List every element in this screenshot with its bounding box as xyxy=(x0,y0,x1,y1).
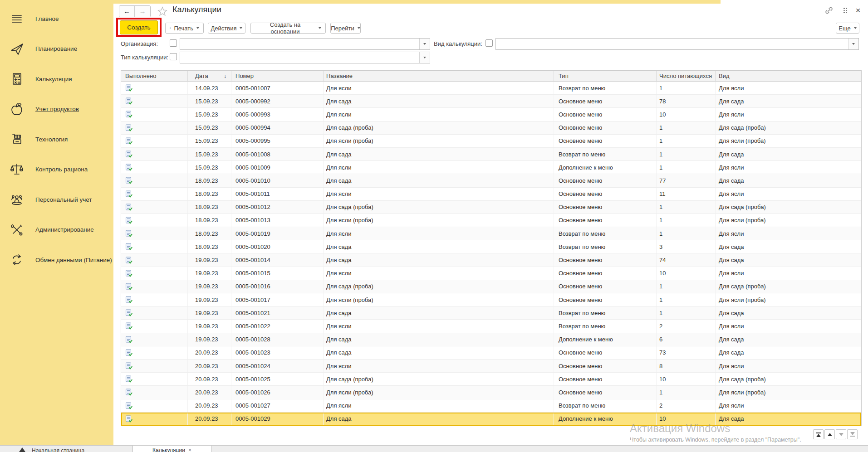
document-check-icon xyxy=(125,322,132,330)
document-check-icon xyxy=(125,375,132,383)
column-header-count[interactable]: Число питающихся xyxy=(657,71,716,81)
table-row[interactable]: 15.09.230005-000993Для яслиОсновное меню… xyxy=(121,108,861,121)
calc-kind-filter-checkbox[interactable] xyxy=(485,39,493,47)
more-label: Еще xyxy=(839,25,850,32)
table-row[interactable]: 18.09.230005-001013Для ясли (проба)Основ… xyxy=(121,214,861,227)
column-header-number[interactable]: Номер xyxy=(231,71,324,81)
table-row[interactable]: 19.09.230005-001016Для сада (проба)Основ… xyxy=(121,280,861,293)
table-row[interactable]: 20.09.230005-001024Для яслиОсновное меню… xyxy=(121,360,861,373)
go-prev-button[interactable] xyxy=(824,429,835,439)
calc-type-filter-dropdown-button[interactable] xyxy=(419,52,430,63)
document-check-icon xyxy=(125,362,132,369)
calc-type-filter-combo xyxy=(180,52,430,63)
table-row[interactable]: 19.09.230005-001014Для садаОсновное меню… xyxy=(121,253,861,267)
table-row[interactable]: 15.09.230005-001009Для яслиДополнение к … xyxy=(121,161,861,174)
actions-button[interactable]: Действия xyxy=(208,23,245,34)
document-check-icon xyxy=(125,243,132,250)
cell-name: Для сада xyxy=(324,95,554,107)
cell-count: 1 xyxy=(657,293,716,306)
cell-name: Для ясли xyxy=(324,399,554,412)
table-row[interactable]: 19.09.230005-001028Для садаДополнение к … xyxy=(121,333,861,346)
go-next-button[interactable] xyxy=(836,429,846,439)
sidebar-item-kontrol-raciona[interactable]: Контроль рациона xyxy=(0,155,113,185)
table-row[interactable]: 19.09.230005-001021Для садаВозврат по ме… xyxy=(121,306,861,320)
cell-done xyxy=(121,333,188,346)
sidebar-item-planirovanie[interactable]: Планирование xyxy=(0,34,113,64)
table-row[interactable]: 18.09.230005-001010Для садаОсновное меню… xyxy=(121,174,861,187)
close-icon[interactable]: × xyxy=(853,5,863,15)
calc-kind-filter-dropdown-button[interactable] xyxy=(848,39,858,49)
menu-icon xyxy=(10,11,24,26)
arrow-down-icon xyxy=(839,433,843,436)
table-row[interactable]: 19.09.230005-001017Для ясли (проба)Основ… xyxy=(121,293,861,306)
create-based-on-button[interactable]: Создать на основании xyxy=(250,23,326,34)
table-row[interactable]: 19.09.230005-001022Для яслиВозврат по ме… xyxy=(121,320,861,333)
sidebar-item-glavnoe[interactable]: Главное xyxy=(0,4,113,34)
cell-count: 74 xyxy=(657,253,716,266)
sidebar-item-administrirovanie[interactable]: Администрирование xyxy=(0,215,113,245)
tab-close-icon[interactable]: × xyxy=(188,447,191,452)
organization-filter-input[interactable] xyxy=(180,39,424,49)
calc-type-filter-input[interactable] xyxy=(180,52,424,63)
print-button[interactable]: Печать xyxy=(165,23,204,34)
calc-kind-filter-input[interactable] xyxy=(496,39,853,49)
table-row[interactable]: 18.09.230005-001011Для яслиОсновное меню… xyxy=(121,188,861,201)
table-row[interactable]: 18.09.230005-001019Для яслиВозврат по ме… xyxy=(121,227,861,240)
cell-kind: Для ясли xyxy=(716,161,861,174)
column-header-type[interactable]: Тип xyxy=(554,71,657,81)
column-header-date[interactable]: Дата↓ xyxy=(188,71,231,81)
back-button[interactable]: ← xyxy=(119,6,135,17)
table-row[interactable]: 15.09.230005-001008Для садаВозврат по ме… xyxy=(121,148,861,161)
table-row[interactable]: 20.09.230005-001026Для ясли (проба)Основ… xyxy=(121,386,861,399)
cell-done xyxy=(121,240,188,253)
go-first-button[interactable] xyxy=(813,429,824,439)
cell-number: 0005-000995 xyxy=(231,135,324,147)
get-link-icon[interactable] xyxy=(824,5,834,15)
table-row[interactable]: 20.09.230005-001023Для садаОсновное меню… xyxy=(121,346,861,360)
forward-button[interactable]: → xyxy=(135,6,150,17)
table-row[interactable]: 18.09.230005-001012Для сада (проба)Основ… xyxy=(121,201,861,214)
favorite-star-icon[interactable] xyxy=(157,6,167,16)
calc-type-filter-checkbox[interactable] xyxy=(170,53,177,60)
calc-type-filter-label: Тип калькуляции: xyxy=(121,54,168,61)
more-button[interactable]: Еще xyxy=(836,23,859,34)
cell-type: Возврат по меню xyxy=(554,320,657,332)
sidebar-item-personalnyj-uchet[interactable]: Персональный учет xyxy=(0,185,113,215)
cell-kind: Для ясли xyxy=(716,399,861,412)
organization-filter-dropdown-button[interactable] xyxy=(419,39,430,49)
cell-done xyxy=(121,161,188,174)
table-row[interactable]: 20.09.230005-001029Для садаДополнение к … xyxy=(121,413,861,426)
cell-number: 0005-001024 xyxy=(231,360,324,372)
cell-type: Основное меню xyxy=(554,253,657,266)
table-row[interactable]: 19.09.230005-001015Для яслиОсновное меню… xyxy=(121,267,861,280)
sidebar-item-tekhnologiya[interactable]: Технология xyxy=(0,124,113,155)
home-icon[interactable] xyxy=(19,447,25,452)
go-last-button[interactable] xyxy=(847,429,858,439)
go-to-button[interactable]: Перейти xyxy=(330,23,361,34)
cell-count: 1 xyxy=(657,148,716,160)
cell-number: 0005-001013 xyxy=(231,214,324,227)
sidebar-item-kalkulyaciya[interactable]: Калькуляция xyxy=(0,64,113,94)
calc-kind-filter-combo xyxy=(495,38,859,50)
table-row[interactable]: 20.09.230005-001025Для сада (проба)Основ… xyxy=(121,373,861,386)
table-row[interactable]: 14.09.230005-001007Для яслиВозврат по ме… xyxy=(121,82,861,95)
more-menu-icon[interactable] xyxy=(840,5,850,15)
table-row[interactable]: 15.09.230005-000994Для сада (проба)Основ… xyxy=(121,122,861,135)
sidebar-item-uchet-produktov[interactable]: Учет продуктов xyxy=(0,94,113,125)
cell-kind: Для сада xyxy=(716,95,861,107)
column-header-kind[interactable]: Вид xyxy=(716,71,861,81)
table-row[interactable]: 15.09.230005-000992Для садаОсновное меню… xyxy=(121,95,861,108)
cell-count: 77 xyxy=(657,174,716,187)
column-header-name[interactable]: Название xyxy=(324,71,554,81)
caret-down-icon xyxy=(423,43,426,45)
column-header-done[interactable]: Выполнено xyxy=(121,71,188,81)
sidebar-item-obmen-dannymi[interactable]: Обмен данными (Питание) xyxy=(0,245,113,275)
table-row[interactable]: 18.09.230005-001020Для садаВозврат по ме… xyxy=(121,240,861,253)
cell-count: 11 xyxy=(657,188,716,200)
organization-filter-checkbox[interactable] xyxy=(170,39,177,47)
table-row[interactable]: 15.09.230005-000995Для ясли (проба)Основ… xyxy=(121,135,861,148)
create-button[interactable]: Создать xyxy=(120,20,158,34)
calculations-taskbar-tab[interactable]: Калькуляции × xyxy=(132,446,211,452)
start-page-taskbar-item[interactable]: Начальная страница xyxy=(32,447,84,452)
table-row[interactable]: 20.09.230005-001027Для яслиВозврат по ме… xyxy=(121,399,861,413)
